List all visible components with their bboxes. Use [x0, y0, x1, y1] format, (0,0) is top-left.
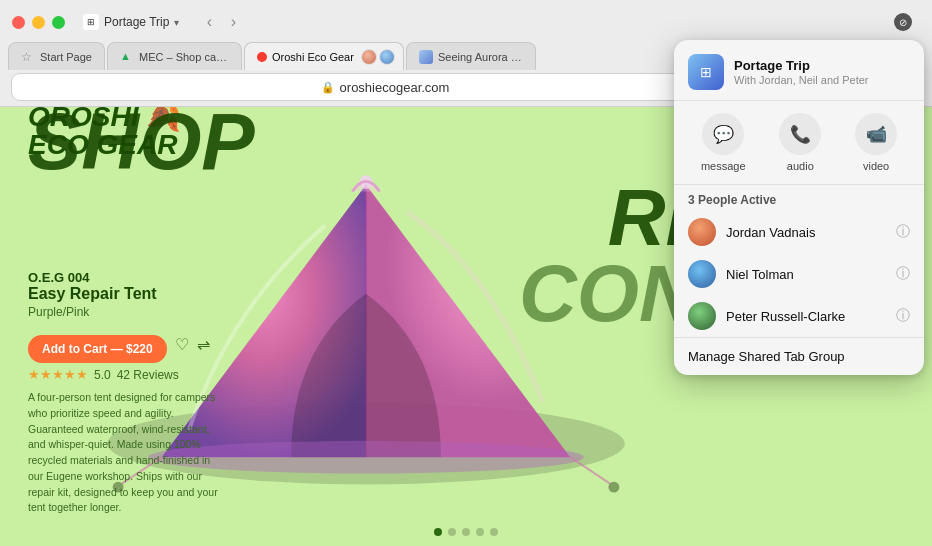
minimize-button[interactable] [32, 16, 45, 29]
rating-number: 5.0 [94, 368, 111, 382]
lock-icon: 🔒 [321, 81, 335, 94]
title-bar: ⊞ Portage Trip ▾ ‹ › ⊘ [0, 0, 932, 36]
avatar [379, 49, 395, 65]
tab-label: MEC – Shop camping, climbing... [139, 51, 229, 63]
product-description: A four-person tent designed for campers … [28, 390, 218, 516]
video-icon: 📹 [855, 113, 897, 155]
privacy-icon: ⊘ [894, 13, 912, 31]
person-name-neil: Niel Tolman [726, 267, 886, 282]
product-info: O.E.G 004 Easy Repair Tent Purple/Pink A… [28, 270, 218, 516]
product-color: Purple/Pink [28, 305, 218, 319]
info-icon-neil[interactable]: ⓘ [896, 265, 910, 283]
wishlist-button[interactable]: ♡ [175, 335, 189, 354]
share-product-button[interactable]: ⇌ [197, 335, 210, 354]
forward-button[interactable]: › [221, 10, 245, 34]
product-name: Easy Repair Tent [28, 285, 218, 303]
popup-header: ⊞ Portage Trip With Jordan, Neil and Pet… [674, 40, 924, 101]
audio-button[interactable]: 📞 audio [779, 113, 821, 172]
avatar [361, 49, 377, 65]
dot-4[interactable] [476, 528, 484, 536]
info-icon-peter[interactable]: ⓘ [896, 307, 910, 325]
avatar-neil [688, 260, 716, 288]
rect-icon [419, 50, 433, 64]
manage-shared-tab-group-button[interactable]: Manage Shared Tab Group [674, 337, 924, 375]
carousel-dots [434, 528, 498, 536]
dot-5[interactable] [490, 528, 498, 536]
chevron-down-icon: ▾ [174, 17, 179, 28]
info-icon-jordan[interactable]: ⓘ [896, 223, 910, 241]
person-name-peter: Peter Russell-Clarke [726, 309, 886, 324]
product-actions: Add to Cart — $220 ♡ ⇌ [28, 325, 218, 363]
tab-label: Oroshi Eco Gear [272, 51, 354, 63]
window-controls [12, 16, 65, 29]
tab-group-popup: ⊞ Portage Trip With Jordan, Neil and Pet… [674, 40, 924, 375]
tab-oroshi[interactable]: Oroshi Eco Gear [244, 42, 404, 70]
star-icon: ☆ [21, 50, 35, 64]
url-display: oroshiecogear.com [340, 80, 450, 95]
dot-2[interactable] [448, 528, 456, 536]
circle-icon [257, 52, 267, 62]
back-button[interactable]: ‹ [197, 10, 221, 34]
svg-point-6 [608, 482, 619, 493]
person-neil[interactable]: Niel Tolman ⓘ [674, 253, 924, 295]
tab-aurora[interactable]: Seeing Aurora Borealis... [406, 42, 536, 70]
popup-title: Portage Trip [734, 58, 910, 73]
stars-icon: ★★★★★ [28, 367, 88, 382]
review-count: 42 Reviews [117, 368, 179, 382]
dot-3[interactable] [462, 528, 470, 536]
triangle-icon: ▲ [120, 50, 134, 64]
message-icon: 💬 [702, 113, 744, 155]
tab-group-icon: ⊞ [83, 14, 99, 30]
add-to-cart-button[interactable]: Add to Cart — $220 [28, 335, 167, 363]
tab-label: Start Page [40, 51, 92, 63]
audio-icon: 📞 [779, 113, 821, 155]
people-active-header: 3 People Active [674, 185, 924, 211]
message-button[interactable]: 💬 message [701, 113, 746, 172]
avatar-peter [688, 302, 716, 330]
popup-actions: 💬 message 📞 audio 📹 video [674, 101, 924, 185]
tab-group-popup-icon: ⊞ [688, 54, 724, 90]
maximize-button[interactable] [52, 16, 65, 29]
tab-group-label: Portage Trip [104, 15, 169, 29]
video-label: video [863, 160, 889, 172]
tab-group-button[interactable]: ⊞ Portage Trip ▾ [77, 12, 185, 32]
person-name-jordan: Jordan Vadnais [726, 225, 886, 240]
close-button[interactable] [12, 16, 25, 29]
tab-mec[interactable]: ▲ MEC – Shop camping, climbing... [107, 42, 242, 70]
person-jordan[interactable]: Jordan Vadnais ⓘ [674, 211, 924, 253]
address-bar[interactable]: 🔒 oroshiecogear.com [12, 74, 758, 100]
tab-label: Seeing Aurora Borealis... [438, 51, 523, 63]
dot-1[interactable] [434, 528, 442, 536]
popup-header-text: Portage Trip With Jordan, Neil and Peter [734, 58, 910, 86]
tab-start-page[interactable]: ☆ Start Page [8, 42, 105, 70]
popup-subtitle: With Jordan, Neil and Peter [734, 74, 910, 86]
person-peter[interactable]: Peter Russell-Clarke ⓘ [674, 295, 924, 337]
video-button[interactable]: 📹 video [855, 113, 897, 172]
rating-row: ★★★★★ 5.0 42 Reviews [28, 367, 218, 382]
avatar-jordan [688, 218, 716, 246]
product-model: O.E.G 004 [28, 270, 218, 285]
message-label: message [701, 160, 746, 172]
audio-label: audio [787, 160, 814, 172]
